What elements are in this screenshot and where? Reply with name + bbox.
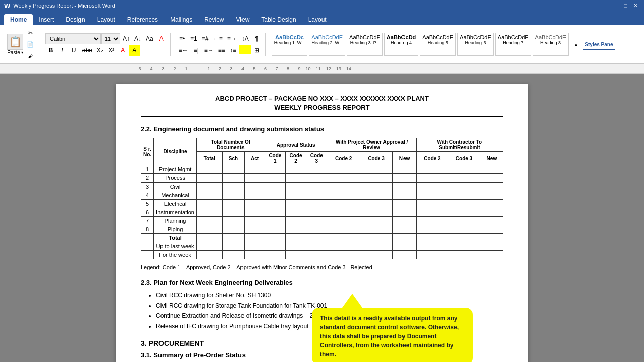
- col-act: Act: [245, 152, 265, 165]
- align-right-button[interactable]: ≡→: [202, 45, 216, 56]
- change-case-button[interactable]: Aa: [144, 33, 155, 44]
- title-bar-title: Weekly Progress Report - Microsoft Word: [13, 3, 115, 9]
- cell-mechanical: Mechanical: [154, 191, 197, 200]
- paste-dropdown-icon[interactable]: ▾: [21, 50, 23, 55]
- style-heading2[interactable]: AaBbCcDdE Heading 2_W...: [309, 33, 345, 56]
- col-total: Total: [196, 152, 222, 165]
- close-button[interactable]: ✕: [631, 3, 640, 9]
- styles-group: AaBbCcDc Heading 1_W... AaBbCcDdE Headin…: [269, 33, 640, 56]
- table-row: 1 Project Mgmt: [141, 165, 503, 174]
- table-row: 7 Planning: [141, 217, 503, 225]
- col-srno: S r.No.: [141, 138, 154, 165]
- table-row: 5 Electrical: [141, 200, 503, 208]
- highlight-button[interactable]: A: [129, 45, 140, 56]
- engineering-table: S r.No. Discipline Total Number Of Docum…: [141, 138, 503, 259]
- section-2-3-heading: 2.3. Plan for Next Week Engineering Deli…: [141, 279, 503, 286]
- tab-review[interactable]: Review: [198, 14, 230, 25]
- style-h8-preview: AaBbCcDdE: [535, 34, 567, 40]
- underline-button[interactable]: U: [68, 45, 79, 56]
- table-header-row1: S r.No. Discipline Total Number Of Docum…: [141, 138, 503, 152]
- col-approval: Approval Status: [265, 138, 327, 152]
- align-left-button[interactable]: ≡←: [177, 45, 190, 56]
- ribbon-tabs: Home Insert Design Layout References Mai…: [0, 11, 644, 25]
- multilevel-button[interactable]: ≡#: [200, 33, 211, 44]
- maximize-button[interactable]: □: [622, 3, 629, 9]
- paste-label[interactable]: Paste: [7, 50, 20, 55]
- style-heading7[interactable]: AaBbCcDdE Heading 7: [495, 33, 531, 56]
- decrease-indent-button[interactable]: ←≡: [211, 33, 225, 44]
- tab-home[interactable]: Home: [4, 14, 33, 25]
- bold-button[interactable]: B: [45, 45, 56, 56]
- sort-button[interactable]: ↕A: [239, 33, 251, 44]
- style-h6-label: Heading 6: [465, 40, 486, 45]
- table-row: 2 Process: [141, 174, 503, 183]
- increase-indent-button[interactable]: ≡→: [225, 33, 239, 44]
- style-h5-label: Heading 5: [428, 40, 448, 45]
- style-heading8[interactable]: AaBbCcDdE Heading 8: [533, 33, 569, 56]
- style-heading6[interactable]: AaBbCcDdE Heading 6: [457, 33, 494, 56]
- bullets-button[interactable]: ≡•: [177, 33, 188, 44]
- tab-table-design[interactable]: Table Design: [255, 14, 302, 25]
- strikethrough-button[interactable]: abc: [80, 45, 94, 56]
- callout-box: This detail is a readily available outpu…: [312, 308, 473, 362]
- tab-references[interactable]: References: [121, 14, 164, 25]
- decrease-font-button[interactable]: A↓: [132, 33, 143, 44]
- col-code2c: Code 2: [416, 152, 448, 165]
- italic-button[interactable]: I: [57, 45, 68, 56]
- document-area: ABCD PROJECT – PACKAGE NO XXX – XXXX XXX…: [0, 74, 644, 362]
- font-group: Calibri 11 A↑ A↓ Aa A B I U abc X₂ X² A …: [42, 33, 171, 56]
- style-h3-preview: AaBbCcDdE: [349, 34, 380, 40]
- borders-button[interactable]: ⊞: [251, 45, 262, 56]
- cell-discipline: Project Mgmt: [154, 165, 197, 174]
- title-line2: WEEKLY PROGRESS REPORT: [141, 103, 503, 112]
- font-color-button[interactable]: A: [117, 45, 128, 56]
- table-row: 3 Civil: [141, 183, 503, 191]
- font-family-select[interactable]: Calibri: [45, 33, 101, 44]
- tab-insert[interactable]: Insert: [33, 14, 60, 25]
- style-heading1[interactable]: AaBbCcDc Heading 1_W...: [272, 33, 308, 56]
- minimize-button[interactable]: ─: [612, 3, 620, 9]
- increase-font-button[interactable]: A↑: [121, 33, 132, 44]
- style-heading4[interactable]: AaBbCcDd Heading 4: [384, 33, 418, 56]
- title-bar-controls[interactable]: ─ □ ✕: [612, 3, 640, 9]
- col-new-a: New: [393, 152, 416, 165]
- col-sch: Sch: [222, 152, 245, 165]
- table-row-total: Total: [141, 234, 503, 242]
- justify-button[interactable]: ≡≡: [216, 45, 227, 56]
- line-spacing-button[interactable]: ↕≡: [228, 45, 239, 56]
- style-heading3[interactable]: AaBbCcDdE Heading 3_P...: [347, 33, 383, 56]
- subscript-button[interactable]: X₂: [94, 45, 105, 56]
- styles-scroll-up[interactable]: ▲: [570, 39, 581, 50]
- copy-button[interactable]: 📄: [25, 39, 36, 50]
- tab-table-layout[interactable]: Layout: [302, 14, 333, 25]
- col-discipline: Discipline: [154, 138, 197, 165]
- tab-layout[interactable]: Layout: [91, 14, 121, 25]
- style-h5-preview: AaBbCcDdE: [422, 34, 453, 40]
- format-painter-button[interactable]: 🖌: [25, 50, 36, 61]
- tab-mailings[interactable]: Mailings: [164, 14, 198, 25]
- superscript-button[interactable]: X²: [106, 45, 117, 56]
- tab-view[interactable]: View: [230, 14, 256, 25]
- clear-format-button[interactable]: A: [156, 33, 167, 44]
- align-center-button[interactable]: ≡|: [191, 45, 202, 56]
- style-h1-label: Heading 1_W...: [274, 40, 305, 45]
- style-h7-label: Heading 7: [503, 40, 523, 45]
- style-heading5[interactable]: AaBbCcDdE Heading 5: [420, 33, 456, 56]
- paste-icon: 📋: [7, 34, 23, 50]
- title-divider: [141, 116, 503, 117]
- ruler-marks: -5 -4 -3 -2 -1 1 2 3 4 5 6 7 8 9 10 11 1…: [116, 66, 351, 71]
- col-code3a: Code 3: [306, 152, 327, 165]
- style-h2-preview: AaBbCcDdE: [311, 34, 343, 40]
- style-h7-preview: AaBbCcDdE: [498, 34, 529, 40]
- shading-button[interactable]: [239, 45, 251, 54]
- title-bar-left: W Weekly Progress Report - Microsoft Wor…: [4, 2, 115, 10]
- style-h6-preview: AaBbCcDdE: [460, 34, 491, 40]
- show-hide-button[interactable]: ¶: [251, 33, 262, 44]
- numbering-button[interactable]: ≡1: [188, 33, 199, 44]
- cut-button[interactable]: ✂: [25, 27, 36, 38]
- styles-more-button[interactable]: Styles Pane: [583, 39, 615, 50]
- font-size-select[interactable]: 11: [101, 33, 120, 44]
- col-code3c: Code 3: [448, 152, 480, 165]
- tab-design[interactable]: Design: [60, 14, 91, 25]
- table-row: 6 Instrumentation: [141, 208, 503, 217]
